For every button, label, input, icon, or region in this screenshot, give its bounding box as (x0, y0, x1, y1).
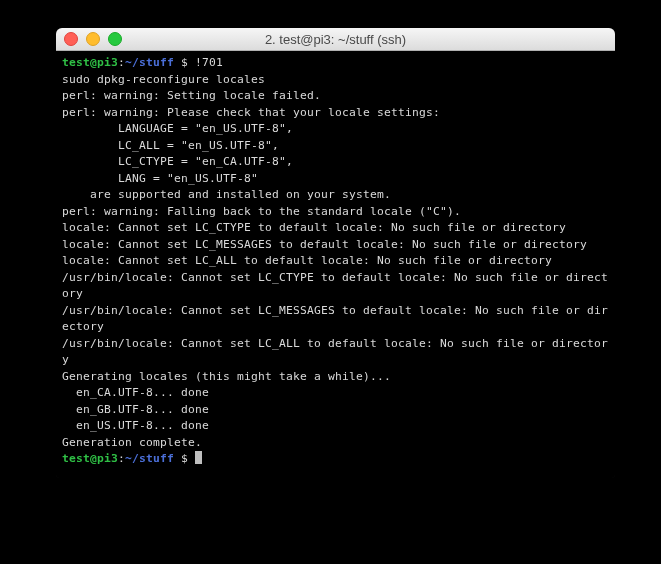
output-line: LANG = "en_US.UTF-8" (62, 171, 609, 188)
prompt-user-host: test@pi3 (62, 452, 118, 465)
output-line: /usr/bin/locale: Cannot set LC_CTYPE to … (62, 270, 609, 303)
minimize-button[interactable] (86, 32, 100, 46)
terminal-window: 2. test@pi3: ~/stuff (ssh) test@pi3:~/st… (56, 28, 615, 478)
prompt-symbol: $ (174, 56, 195, 69)
output-line: Generation complete. (62, 435, 609, 452)
output-line: locale: Cannot set LC_CTYPE to default l… (62, 220, 609, 237)
output-line: are supported and installed on your syst… (62, 187, 609, 204)
close-button[interactable] (64, 32, 78, 46)
cursor (195, 451, 202, 464)
output-line: locale: Cannot set LC_MESSAGES to defaul… (62, 237, 609, 254)
output-line: en_GB.UTF-8... done (62, 402, 609, 419)
output-line: en_CA.UTF-8... done (62, 385, 609, 402)
prompt-colon: : (118, 56, 125, 69)
output-line: LANGUAGE = "en_US.UTF-8", (62, 121, 609, 138)
prompt-path: ~/stuff (125, 452, 174, 465)
output-line: perl: warning: Please check that your lo… (62, 105, 609, 122)
terminal-body[interactable]: test@pi3:~/stuff $ !701sudo dpkg-reconfi… (56, 51, 615, 478)
prompt-path: ~/stuff (125, 56, 174, 69)
output-line: perl: warning: Falling back to the stand… (62, 204, 609, 221)
output-line: LC_CTYPE = "en_CA.UTF-8", (62, 154, 609, 171)
window-title: 2. test@pi3: ~/stuff (ssh) (56, 32, 615, 47)
titlebar[interactable]: 2. test@pi3: ~/stuff (ssh) (56, 28, 615, 51)
output-line: LC_ALL = "en_US.UTF-8", (62, 138, 609, 155)
output-line: /usr/bin/locale: Cannot set LC_MESSAGES … (62, 303, 609, 336)
prompt-symbol: $ (174, 452, 195, 465)
output-line: Generating locales (this might take a wh… (62, 369, 609, 386)
output-line: /usr/bin/locale: Cannot set LC_ALL to de… (62, 336, 609, 369)
prompt-user-host: test@pi3 (62, 56, 118, 69)
traffic-lights (56, 32, 122, 46)
prompt-colon: : (118, 452, 125, 465)
output-line: perl: warning: Setting locale failed. (62, 88, 609, 105)
output-line: sudo dpkg-reconfigure locales (62, 72, 609, 89)
output-line: en_US.UTF-8... done (62, 418, 609, 435)
command-text: !701 (195, 56, 223, 69)
output-line: locale: Cannot set LC_ALL to default loc… (62, 253, 609, 270)
zoom-button[interactable] (108, 32, 122, 46)
